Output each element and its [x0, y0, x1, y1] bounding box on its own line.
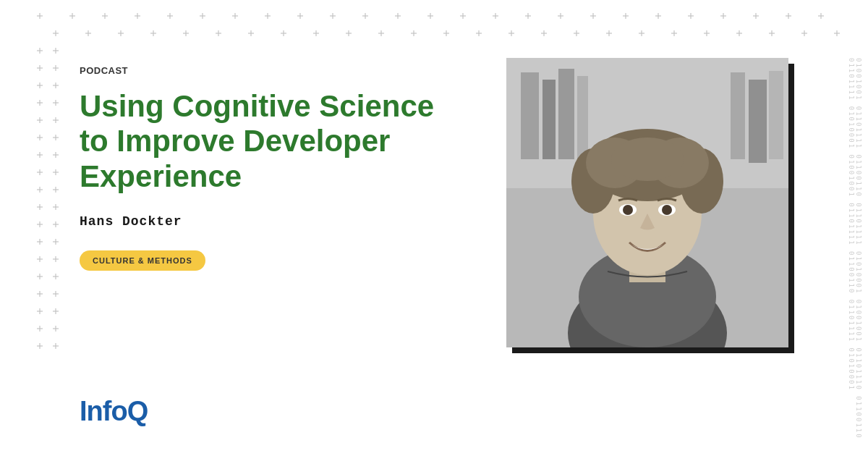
logo-area: InfoQ [80, 396, 148, 427]
article-title: Using Cognitive Science to Improve Devel… [80, 89, 463, 194]
main-content: PODCAST Using Cognitive Science to Impro… [80, 58, 788, 347]
podcast-label: PODCAST [80, 65, 463, 76]
infoq-logo: InfoQ [80, 396, 148, 427]
text-area: PODCAST Using Cognitive Science to Impro… [80, 58, 463, 271]
binary-decoration: 01001001 01101111 01100110 01101111 0101… [848, 58, 862, 456]
culture-methods-tag[interactable]: CULTURE & METHODS [80, 250, 205, 271]
person-photo [506, 58, 788, 347]
photo-area [506, 58, 788, 347]
photo-container [506, 58, 788, 347]
svg-rect-195 [506, 58, 788, 347]
author-name: Hans Dockter [80, 214, 463, 229]
